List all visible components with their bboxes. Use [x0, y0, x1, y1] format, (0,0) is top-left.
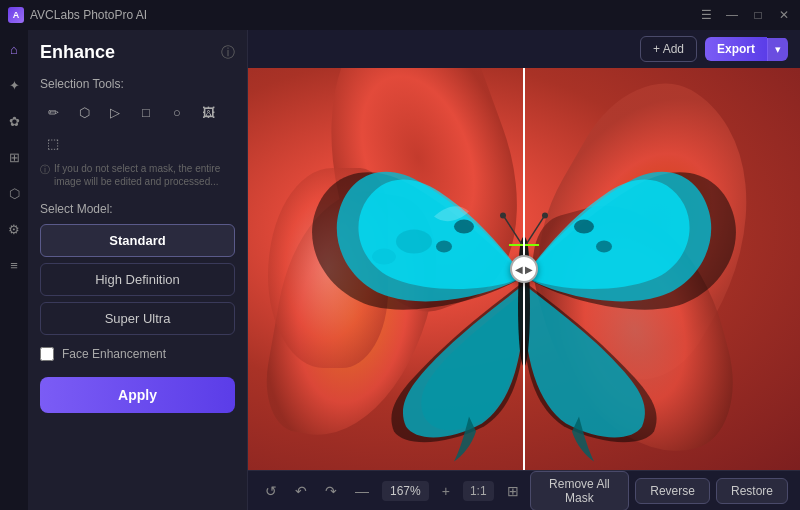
- panel-title: Enhance: [40, 42, 115, 63]
- redo-button[interactable]: ↷: [320, 480, 342, 502]
- control-panel: Enhance ⓘ Selection Tools: ✏ ⬡ ▷ □ ○ 🖼 ⬚…: [28, 30, 248, 510]
- tool-image[interactable]: 🖼: [195, 99, 221, 125]
- apply-button[interactable]: Apply: [40, 377, 235, 413]
- reverse-button[interactable]: Reverse: [635, 478, 710, 504]
- panel-header: Enhance ⓘ: [40, 42, 235, 63]
- sidebar-item-enhance[interactable]: ✦: [3, 74, 25, 96]
- info-note-icon: ⓘ: [40, 163, 50, 176]
- icon-sidebar: ⌂ ✦ ✿ ⊞ ⬡ ⚙ ≡: [0, 30, 28, 510]
- svg-point-11: [596, 241, 612, 253]
- image-view: ◀ ▶: [248, 68, 800, 470]
- sidebar-item-settings[interactable]: ⚙: [3, 218, 25, 240]
- tool-crop[interactable]: ⬚: [40, 130, 66, 156]
- reset-button[interactable]: ↺: [260, 480, 282, 502]
- remove-all-mask-button[interactable]: Remove All Mask: [530, 471, 630, 511]
- selection-tools-label: Selection Tools:: [40, 77, 235, 91]
- canvas-area: + Add Export ▾: [248, 30, 800, 510]
- svg-point-8: [454, 220, 474, 234]
- toolbar-right: Remove All Mask Reverse Restore: [530, 471, 788, 511]
- info-note: ⓘ If you do not select a mask, the entir…: [40, 162, 235, 188]
- sidebar-item-effects[interactable]: ⬡: [3, 182, 25, 204]
- divider-handle-inner: ◀ ▶: [515, 264, 533, 275]
- titlebar: A AVCLabs PhotoPro AI ☰ — □ ✕: [0, 0, 800, 30]
- app-logo: A: [8, 7, 24, 23]
- toolbar-left: ↺ ↶ ↷ — 167% + 1:1 ⊞: [260, 480, 524, 502]
- sidebar-item-layers[interactable]: ⊞: [3, 146, 25, 168]
- model-high-definition-btn[interactable]: High Definition: [40, 263, 235, 296]
- tool-pen[interactable]: ✏: [40, 99, 66, 125]
- info-note-text: If you do not select a mask, the entire …: [54, 162, 235, 188]
- svg-point-0: [396, 230, 432, 254]
- maximize-icon[interactable]: □: [750, 8, 766, 22]
- svg-point-7: [542, 213, 548, 219]
- titlebar-left: A AVCLabs PhotoPro AI: [8, 7, 147, 23]
- svg-point-10: [574, 220, 594, 234]
- bottom-toolbar: ↺ ↶ ↷ — 167% + 1:1 ⊞ Remove All Mask Rev…: [248, 470, 800, 510]
- info-icon[interactable]: ⓘ: [221, 44, 235, 62]
- model-section-label: Select Model:: [40, 202, 235, 216]
- undo-button[interactable]: ↶: [290, 480, 312, 502]
- expand-button[interactable]: ⊞: [502, 480, 524, 502]
- tool-rect[interactable]: □: [133, 99, 159, 125]
- model-standard-btn[interactable]: Standard: [40, 224, 235, 257]
- tool-circle[interactable]: ○: [164, 99, 190, 125]
- divider-arrow-right: ▶: [525, 264, 533, 275]
- tools-row: ✏ ⬡ ▷ □ ○ 🖼 ⬚: [40, 99, 235, 156]
- sidebar-item-retouch[interactable]: ✿: [3, 110, 25, 132]
- add-button[interactable]: + Add: [640, 36, 697, 62]
- titlebar-controls[interactable]: ☰ — □ ✕: [698, 8, 792, 22]
- app-title: AVCLabs PhotoPro AI: [30, 8, 147, 22]
- export-dropdown-arrow[interactable]: ▾: [767, 38, 788, 61]
- zoom-level: 167%: [382, 481, 429, 501]
- minimize-icon[interactable]: —: [724, 8, 740, 22]
- export-button-main[interactable]: Export: [705, 37, 767, 61]
- model-super-ultra-btn[interactable]: Super Ultra: [40, 302, 235, 335]
- zoom-in-button[interactable]: +: [437, 480, 455, 502]
- tool-lasso[interactable]: ⬡: [71, 99, 97, 125]
- sidebar-item-sliders[interactable]: ≡: [3, 254, 25, 276]
- export-button-group[interactable]: Export ▾: [705, 37, 788, 61]
- menu-icon[interactable]: ☰: [698, 8, 714, 22]
- face-enhancement-label: Face Enhancement: [62, 347, 166, 361]
- svg-point-1: [372, 249, 396, 265]
- sidebar-item-home[interactable]: ⌂: [3, 38, 25, 60]
- svg-point-5: [500, 213, 506, 219]
- tool-arrow[interactable]: ▷: [102, 99, 128, 125]
- zoom-out-button[interactable]: —: [350, 480, 374, 502]
- restore-button[interactable]: Restore: [716, 478, 788, 504]
- canvas-header: + Add Export ▾: [248, 30, 800, 68]
- face-enhancement-checkbox[interactable]: [40, 347, 54, 361]
- close-icon[interactable]: ✕: [776, 8, 792, 22]
- divider-handle[interactable]: ◀ ▶: [510, 255, 538, 283]
- zoom-ratio-button[interactable]: 1:1: [463, 481, 494, 501]
- svg-point-9: [436, 241, 452, 253]
- divider-arrow-left: ◀: [515, 264, 523, 275]
- face-enhancement-row: Face Enhancement: [40, 347, 235, 361]
